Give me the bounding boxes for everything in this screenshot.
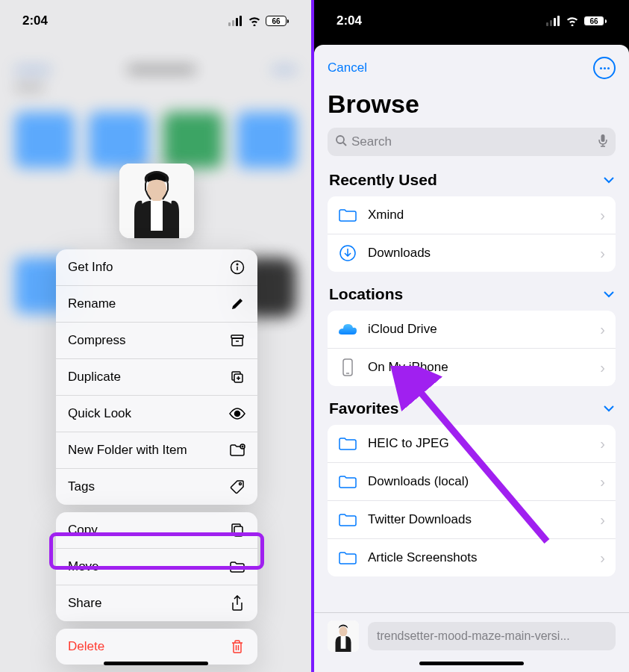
chevron-right-icon: › <box>600 245 605 262</box>
section-header-recent[interactable]: Recently Used <box>328 171 616 196</box>
menu-item-compress[interactable]: Compress <box>56 323 257 359</box>
status-bar-left: 2:04 66 <box>0 0 311 42</box>
svg-point-12 <box>235 411 240 417</box>
svg-point-18 <box>337 136 344 143</box>
favorites-list: HEIC to JPEG› Downloads (local)› Twitter… <box>328 425 616 576</box>
context-menu-group-3: Delete <box>56 629 257 665</box>
cancel-button[interactable]: Cancel <box>328 60 367 75</box>
battery-icon: 66 <box>266 16 289 26</box>
menu-item-copy[interactable]: Copy <box>56 512 257 549</box>
context-menu-group-2: Copy Move Share <box>56 512 257 621</box>
list-item-downloads-local[interactable]: Downloads (local)› <box>328 463 616 501</box>
menu-item-duplicate[interactable]: Duplicate <box>56 359 257 396</box>
context-menu: Get Info Rename Compress Duplicate Quick… <box>56 249 257 672</box>
signal-icon <box>228 16 243 26</box>
recently-used-list: Xmind› Downloads› <box>328 196 616 272</box>
list-item-xmind[interactable]: Xmind› <box>328 196 616 234</box>
menu-item-move[interactable]: Move <box>56 549 257 585</box>
list-item-heic-jpeg[interactable]: HEIC to JPEG› <box>328 425 616 463</box>
pencil-icon <box>229 296 245 312</box>
status-icons: 66 <box>228 16 289 26</box>
svg-line-19 <box>343 143 346 146</box>
wifi-icon <box>566 16 579 26</box>
new-folder-icon <box>229 442 245 458</box>
chevron-down-icon <box>604 401 614 416</box>
svg-point-5 <box>237 264 238 265</box>
browse-sheet: Cancel Browse Search Recently Used Xmind… <box>314 45 629 672</box>
section-locations: Locations iCloud Drive› On My iPhone› <box>328 285 616 386</box>
battery-icon: 66 <box>583 16 607 26</box>
selected-file-name[interactable]: trendsetter-mood-maze-main-versi... <box>368 622 616 650</box>
left-phone: 2:04 66 ▬▬▬▬▬▬▬▬▬▬ ▬▬▬ Get Info Rename C… <box>0 0 314 672</box>
selected-file-thumbnail <box>328 620 359 652</box>
folder-icon <box>338 548 357 567</box>
context-menu-group-1: Get Info Rename Compress Duplicate Quick… <box>56 249 257 505</box>
list-item-icloud[interactable]: iCloud Drive› <box>328 311 616 349</box>
locations-list: iCloud Drive› On My iPhone› <box>328 311 616 386</box>
svg-rect-17 <box>234 526 242 536</box>
search-placeholder: Search <box>351 134 593 149</box>
list-item-article-screenshots[interactable]: Article Screenshots› <box>328 539 616 576</box>
menu-item-tags[interactable]: Tags <box>56 469 257 505</box>
sheet-header: Cancel <box>314 45 629 87</box>
more-button[interactable] <box>593 57 616 79</box>
download-icon <box>338 243 357 263</box>
info-icon <box>229 259 245 276</box>
list-item-twitter-downloads[interactable]: Twitter Downloads› <box>328 501 616 539</box>
duplicate-icon <box>229 369 245 385</box>
folder-icon <box>338 510 357 529</box>
status-icons: 66 <box>546 16 607 26</box>
page-title: Browse <box>314 87 629 128</box>
list-item-on-my-iphone[interactable]: On My iPhone› <box>328 349 616 386</box>
chevron-down-icon <box>604 287 614 302</box>
section-recently-used: Recently Used Xmind› Downloads› <box>328 171 616 272</box>
home-indicator <box>419 662 524 665</box>
copy-icon <box>229 522 245 538</box>
right-phone: 2:04 66 Cancel Browse Search Recently Us… <box>314 0 629 672</box>
wifi-icon <box>248 16 261 26</box>
svg-rect-20 <box>601 134 605 142</box>
share-icon <box>229 595 245 612</box>
menu-item-share[interactable]: Share <box>56 585 257 621</box>
list-item-downloads[interactable]: Downloads› <box>328 234 616 272</box>
search-icon <box>335 134 347 149</box>
search-input[interactable]: Search <box>328 128 616 156</box>
folder-icon <box>338 205 357 225</box>
signal-icon <box>546 16 561 26</box>
trash-icon <box>229 638 245 655</box>
section-favorites: Favorites HEIC to JPEG› Downloads (local… <box>328 399 616 576</box>
cloud-icon <box>338 320 357 339</box>
svg-point-25 <box>339 626 348 635</box>
eye-icon <box>229 405 245 422</box>
menu-item-new-folder[interactable]: New Folder with Item <box>56 432 257 469</box>
menu-item-quick-look[interactable]: Quick Look <box>56 396 257 432</box>
archive-icon <box>229 332 245 349</box>
menu-item-get-info[interactable]: Get Info <box>56 249 257 286</box>
section-header-favorites[interactable]: Favorites <box>328 399 616 425</box>
chevron-right-icon: › <box>600 473 605 491</box>
menu-item-rename[interactable]: Rename <box>56 286 257 323</box>
clock: 2:04 <box>337 13 362 28</box>
mic-icon[interactable] <box>598 134 608 150</box>
svg-rect-7 <box>232 338 242 346</box>
iphone-icon <box>338 358 357 377</box>
folder-icon <box>229 559 245 575</box>
file-preview-thumbnail <box>119 164 194 238</box>
chevron-right-icon: › <box>600 511 605 529</box>
folder-icon <box>338 472 357 491</box>
svg-rect-26 <box>341 636 346 649</box>
chevron-right-icon: › <box>600 550 605 567</box>
svg-rect-2 <box>151 201 163 231</box>
folder-icon <box>338 434 357 453</box>
home-indicator <box>104 662 208 665</box>
section-header-locations[interactable]: Locations <box>328 285 616 311</box>
chevron-right-icon: › <box>600 435 605 452</box>
chevron-right-icon: › <box>600 321 605 338</box>
tag-icon <box>229 479 245 495</box>
menu-item-delete[interactable]: Delete <box>56 629 257 665</box>
chevron-right-icon: › <box>600 207 605 224</box>
status-bar-right: 2:04 66 <box>314 0 629 42</box>
svg-point-16 <box>240 483 242 485</box>
chevron-down-icon <box>604 172 614 187</box>
clock: 2:04 <box>22 13 48 28</box>
